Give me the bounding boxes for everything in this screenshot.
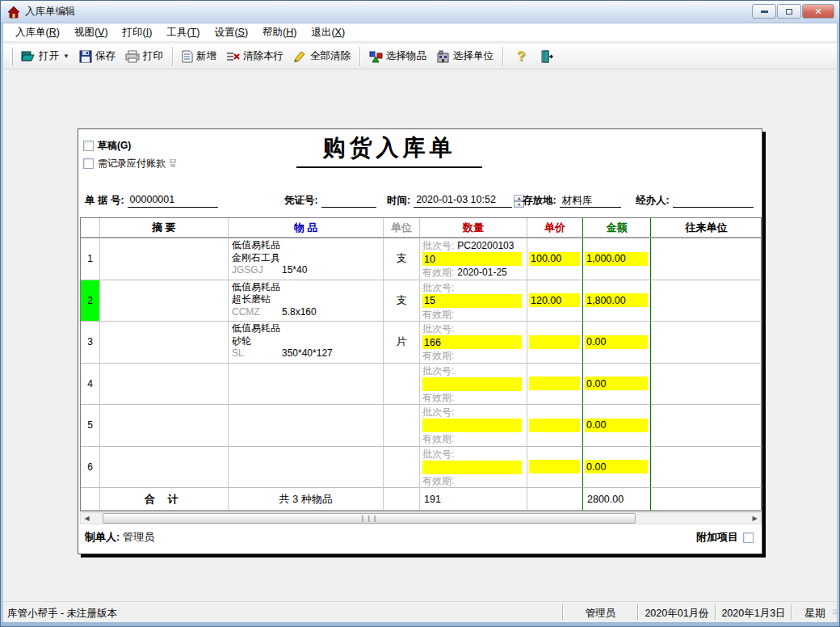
row-index-cell[interactable]: 6 [81,447,100,489]
amount-cell[interactable] [583,322,651,364]
qty-input[interactable] [422,377,522,391]
qty-input[interactable] [422,335,522,349]
restore-button[interactable] [777,4,801,19]
summary-cell[interactable] [100,322,229,364]
horizontal-scrollbar[interactable]: ◀ ❙❙❙ ▶ [80,512,762,524]
column-header[interactable]: 数量 [420,218,527,238]
row-index-cell[interactable]: 1 [81,238,100,280]
minimize-button[interactable] [752,4,776,19]
amount-cell[interactable] [583,364,651,406]
amount-input[interactable] [585,460,648,473]
summary-cell[interactable] [100,280,229,322]
extra-items-checkbox[interactable] [743,532,754,543]
save-button[interactable]: 保存 [74,47,120,65]
price-input[interactable] [529,335,580,349]
unit-cell[interactable]: 片 [384,322,420,364]
voucher-field[interactable] [321,194,376,208]
price-input[interactable] [529,419,580,432]
table-row[interactable]: 2低值易耗品超长磨钻CCMZ5.8x160支批次号:有效期: [81,280,761,322]
amount-input[interactable] [585,252,648,266]
amount-input[interactable] [585,293,648,307]
time-field[interactable]: 2020-01-03 10:52 [414,194,512,208]
price-cell[interactable] [527,238,583,280]
qty-input[interactable] [422,461,522,474]
clear-all-button[interactable]: 全部清除 [288,47,355,65]
price-cell[interactable] [527,447,583,489]
quantity-cell[interactable]: 批次号:PC20200103有效期:2020-01-25 [420,238,527,280]
unit-cell[interactable]: 支 [384,280,420,322]
select-unit-button[interactable]: 选择单位 [431,47,498,65]
scroll-thumb[interactable]: ❙❙❙ [103,513,636,524]
quantity-cell[interactable]: 批次号:有效期: [420,405,527,447]
help-button[interactable]: ? [507,46,535,67]
menu-item[interactable]: 设置(S) [207,23,255,42]
open-dropdown-arrow[interactable]: ▼ [63,53,69,60]
amount-cell[interactable] [583,238,651,280]
column-header[interactable]: 单位 [384,218,420,238]
qty-input[interactable] [422,252,522,266]
table-row[interactable]: 3低值易耗品砂轮SL350*40*127片批次号:有效期: [81,322,761,364]
clear-row-button[interactable]: 清除本行 [221,47,288,65]
qty-input[interactable] [422,294,522,308]
menu-item[interactable]: 工具(T) [159,23,207,42]
summary-cell[interactable] [100,405,229,447]
price-input[interactable] [529,252,580,266]
summary-cell[interactable] [100,238,229,280]
payable-checkbox[interactable] [83,158,94,169]
table-row[interactable]: 6批次号:有效期: [81,447,761,489]
vendor-cell[interactable] [651,280,762,322]
unit-cell[interactable]: 支 [384,238,420,280]
column-header[interactable]: 单价 [527,218,583,238]
scroll-track[interactable]: ❙❙❙ [93,513,749,524]
scroll-right-arrow[interactable]: ▶ [749,513,761,524]
item-cell[interactable] [229,364,384,406]
close-button[interactable]: ✕ [802,4,834,19]
column-header[interactable]: 物 品 [229,218,384,238]
price-input[interactable] [529,460,580,473]
column-header[interactable]: 摘 要 [100,218,229,238]
amount-cell[interactable] [583,447,651,489]
select-item-button[interactable]: 选择物品 [364,47,431,65]
exit-button[interactable] [535,48,558,65]
price-cell[interactable] [527,322,583,364]
row-index-cell[interactable]: 3 [81,322,100,364]
menu-item[interactable]: 退出(X) [304,23,352,42]
price-cell[interactable] [527,364,583,406]
quantity-cell[interactable]: 批次号:有效期: [420,280,527,322]
table-row[interactable]: 1低值易耗品金刚石工具JGSGJ15*40支批次号:PC20200103有效期:… [81,238,761,280]
item-cell[interactable] [229,447,384,489]
open-button[interactable]: 打开 ▼ [16,47,74,65]
price-input[interactable] [529,293,580,307]
unit-cell[interactable] [384,447,420,489]
unit-cell[interactable] [384,364,420,406]
table-row[interactable]: 5批次号:有效期: [81,405,761,447]
table-row[interactable]: 4批次号:有效期: [81,364,761,406]
item-cell[interactable]: 低值易耗品超长磨钻CCMZ5.8x160 [229,280,384,322]
vendor-cell[interactable] [651,322,762,364]
amount-input[interactable] [585,419,648,432]
qty-input[interactable] [422,419,522,432]
summary-cell[interactable] [100,447,229,489]
menu-item[interactable]: 帮助(H) [255,23,304,42]
row-index-cell[interactable]: 2 [81,280,100,322]
row-index-cell[interactable]: 4 [81,364,100,406]
item-cell[interactable]: 低值易耗品金刚石工具JGSGJ15*40 [229,238,384,280]
vendor-cell[interactable] [651,405,762,447]
menu-item[interactable]: 打印(I) [116,23,160,42]
price-input[interactable] [529,377,580,390]
amount-input[interactable] [585,335,648,349]
vendor-cell[interactable] [651,447,762,489]
quantity-cell[interactable]: 批次号:有效期: [420,322,527,364]
column-header[interactable]: 金额 [583,218,651,238]
item-cell[interactable] [229,405,384,447]
price-cell[interactable] [527,280,583,322]
doc-no-field[interactable]: 00000001 [128,194,218,208]
vendor-cell[interactable] [651,238,762,280]
unit-cell[interactable] [384,405,420,447]
new-row-button[interactable]: 新增 [177,47,221,65]
amount-input[interactable] [585,377,648,390]
amount-cell[interactable] [583,280,651,322]
handler-field[interactable] [673,194,754,208]
quantity-cell[interactable]: 批次号:有效期: [420,364,527,406]
item-cell[interactable]: 低值易耗品砂轮SL350*40*127 [229,322,384,364]
